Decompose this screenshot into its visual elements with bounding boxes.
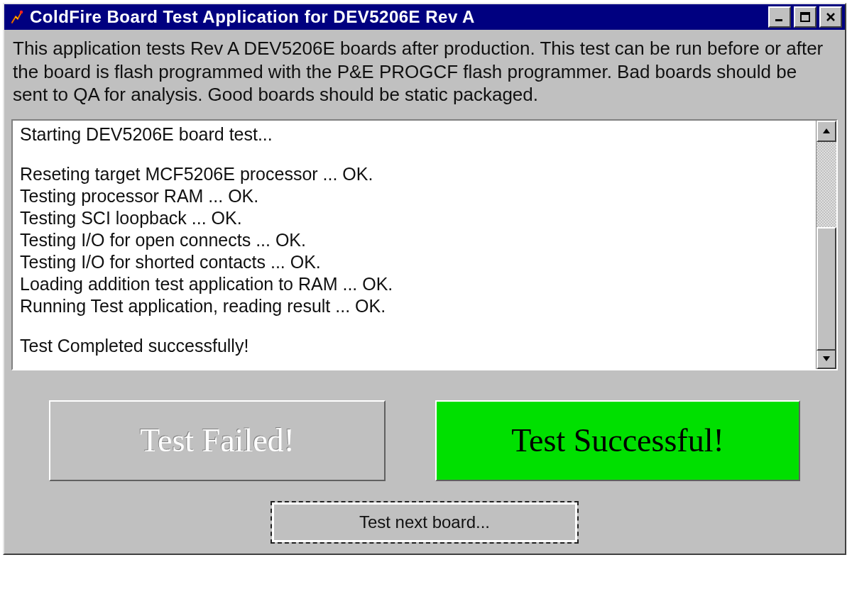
svg-marker-8 bbox=[823, 356, 830, 361]
log-line: Testing I/O for shorted contacts ... OK. bbox=[20, 251, 809, 273]
log-line: Reseting target MCF5206E processor ... O… bbox=[20, 163, 809, 185]
scroll-thumb[interactable] bbox=[816, 227, 836, 351]
status-row: Test Failed! Test Successful! bbox=[11, 400, 838, 481]
svg-point-1 bbox=[20, 11, 23, 13]
svg-rect-2 bbox=[775, 19, 782, 21]
test-successful-panel: Test Successful! bbox=[435, 400, 800, 481]
scroll-track[interactable] bbox=[816, 142, 836, 348]
minimize-icon bbox=[775, 12, 785, 22]
svg-marker-7 bbox=[823, 128, 830, 133]
scroll-up-button[interactable] bbox=[816, 121, 836, 142]
close-icon bbox=[826, 12, 836, 22]
log-line: Loading addition test application to RAM… bbox=[20, 273, 809, 295]
app-icon bbox=[9, 9, 24, 25]
log-line: Testing SCI loopback ... OK. bbox=[20, 207, 809, 229]
log-panel: Starting DEV5206E board test...Reseting … bbox=[11, 119, 838, 370]
footer-row: Test next board... bbox=[11, 501, 838, 544]
log-line: Starting DEV5206E board test... bbox=[20, 123, 809, 145]
log-line: Testing processor RAM ... OK. bbox=[20, 185, 809, 207]
vertical-scrollbar[interactable] bbox=[816, 121, 836, 369]
scroll-down-button[interactable] bbox=[816, 348, 836, 369]
test-failed-panel: Test Failed! bbox=[49, 400, 386, 481]
log-line bbox=[20, 317, 809, 335]
svg-rect-4 bbox=[801, 13, 809, 15]
window-title: ColdFire Board Test Application for DEV5… bbox=[30, 7, 765, 27]
maximize-button[interactable] bbox=[794, 6, 816, 28]
maximize-icon bbox=[800, 12, 810, 22]
titlebar: ColdFire Board Test Application for DEV5… bbox=[4, 4, 845, 30]
test-next-board-button[interactable]: Test next board... bbox=[271, 501, 579, 544]
log-line: Test Completed successfully! bbox=[20, 335, 809, 357]
log-line: Running Test application, reading result… bbox=[20, 295, 809, 317]
close-button[interactable] bbox=[819, 6, 842, 28]
log-output: Starting DEV5206E board test...Reseting … bbox=[13, 121, 816, 369]
chevron-up-icon bbox=[822, 127, 831, 136]
intro-text: This application tests Rev A DEV5206E bo… bbox=[11, 34, 838, 119]
log-line: Testing I/O for open connects ... OK. bbox=[20, 229, 809, 251]
app-window: ColdFire Board Test Application for DEV5… bbox=[3, 3, 846, 555]
minimize-button[interactable] bbox=[768, 6, 791, 28]
log-line bbox=[20, 145, 809, 163]
client-area: This application tests Rev A DEV5206E bo… bbox=[4, 30, 845, 554]
chevron-down-icon bbox=[822, 354, 831, 363]
